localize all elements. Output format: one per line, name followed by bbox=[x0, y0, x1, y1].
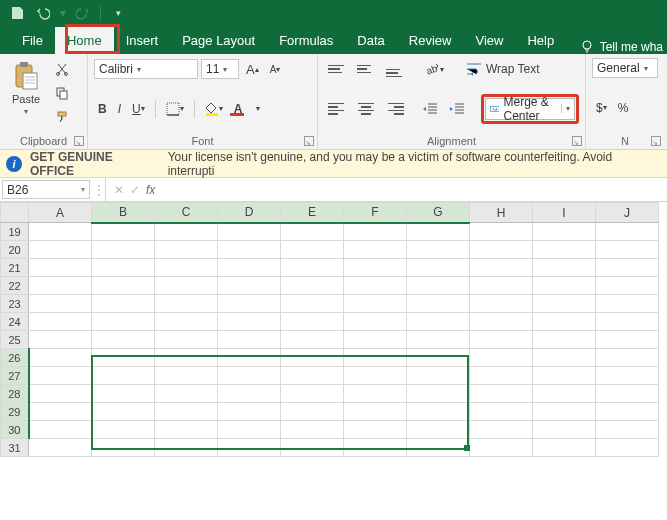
cell[interactable] bbox=[533, 439, 596, 457]
copy-button[interactable] bbox=[51, 82, 73, 104]
cell[interactable] bbox=[470, 349, 533, 367]
cell[interactable] bbox=[407, 403, 470, 421]
formula-input[interactable] bbox=[163, 178, 667, 201]
cell[interactable] bbox=[92, 367, 155, 385]
cell[interactable] bbox=[155, 223, 218, 241]
cell[interactable] bbox=[344, 403, 407, 421]
cell[interactable] bbox=[407, 313, 470, 331]
cell[interactable] bbox=[155, 349, 218, 367]
cell[interactable] bbox=[281, 313, 344, 331]
cell[interactable] bbox=[596, 223, 659, 241]
cell[interactable] bbox=[470, 313, 533, 331]
row-header[interactable]: 26 bbox=[1, 349, 29, 367]
tab-help[interactable]: Help bbox=[515, 27, 566, 54]
column-header[interactable]: H bbox=[470, 203, 533, 223]
tab-insert[interactable]: Insert bbox=[114, 27, 171, 54]
cell[interactable] bbox=[533, 295, 596, 313]
font-size-combo[interactable]: 11▾ bbox=[201, 59, 239, 79]
cell[interactable] bbox=[470, 277, 533, 295]
cell[interactable] bbox=[281, 223, 344, 241]
cell[interactable] bbox=[533, 385, 596, 403]
fill-color-button[interactable]: ▾ bbox=[201, 98, 227, 120]
cell[interactable] bbox=[29, 259, 92, 277]
cell[interactable] bbox=[344, 349, 407, 367]
tab-file[interactable]: File bbox=[10, 27, 55, 54]
cell[interactable] bbox=[533, 331, 596, 349]
name-box[interactable]: B26▾ bbox=[2, 180, 90, 199]
cut-button[interactable] bbox=[51, 58, 73, 80]
row-header[interactable]: 21 bbox=[1, 259, 29, 277]
select-all-cell[interactable] bbox=[1, 203, 29, 223]
cell[interactable] bbox=[92, 277, 155, 295]
cell[interactable] bbox=[407, 331, 470, 349]
cell[interactable] bbox=[470, 403, 533, 421]
paste-button[interactable]: Paste ▾ bbox=[6, 58, 46, 118]
cell[interactable] bbox=[344, 241, 407, 259]
cell[interactable] bbox=[407, 421, 470, 439]
worksheet-grid[interactable]: ABCDEFGHIJ19202122232425262728293031 bbox=[0, 202, 667, 520]
tab-data[interactable]: Data bbox=[345, 27, 396, 54]
cell[interactable] bbox=[533, 241, 596, 259]
increase-indent-button[interactable] bbox=[445, 98, 469, 120]
cell[interactable] bbox=[29, 349, 92, 367]
cell[interactable] bbox=[92, 331, 155, 349]
cell[interactable] bbox=[407, 295, 470, 313]
align-top-button[interactable] bbox=[324, 58, 350, 80]
cell[interactable] bbox=[155, 439, 218, 457]
cell[interactable] bbox=[533, 223, 596, 241]
cell[interactable] bbox=[281, 259, 344, 277]
cell[interactable] bbox=[470, 331, 533, 349]
cell[interactable] bbox=[470, 439, 533, 457]
font-dialog-launcher[interactable] bbox=[304, 136, 314, 146]
cell[interactable] bbox=[407, 385, 470, 403]
cell[interactable] bbox=[596, 277, 659, 295]
cell[interactable] bbox=[29, 241, 92, 259]
cell[interactable] bbox=[344, 259, 407, 277]
cell[interactable] bbox=[92, 421, 155, 439]
cell[interactable] bbox=[533, 259, 596, 277]
column-header[interactable]: G bbox=[407, 203, 470, 223]
column-header[interactable]: B bbox=[92, 203, 155, 223]
cell[interactable] bbox=[596, 349, 659, 367]
cell[interactable] bbox=[92, 259, 155, 277]
cell[interactable] bbox=[407, 223, 470, 241]
tab-formulas[interactable]: Formulas bbox=[267, 27, 345, 54]
cell[interactable] bbox=[533, 421, 596, 439]
qat-customize-icon[interactable]: ▾ bbox=[107, 2, 129, 24]
cell[interactable] bbox=[281, 439, 344, 457]
cell[interactable] bbox=[155, 295, 218, 313]
cell[interactable] bbox=[470, 385, 533, 403]
tab-review[interactable]: Review bbox=[397, 27, 464, 54]
cell[interactable] bbox=[155, 259, 218, 277]
cell[interactable] bbox=[344, 421, 407, 439]
cell[interactable] bbox=[344, 367, 407, 385]
cell[interactable] bbox=[155, 403, 218, 421]
decrease-font-button[interactable]: A▾ bbox=[266, 58, 285, 80]
cell[interactable] bbox=[281, 295, 344, 313]
cell[interactable] bbox=[407, 277, 470, 295]
cell[interactable] bbox=[92, 385, 155, 403]
cell[interactable] bbox=[92, 403, 155, 421]
undo-dropdown-icon[interactable]: ▾ bbox=[58, 2, 68, 24]
cell[interactable] bbox=[218, 439, 281, 457]
tell-me[interactable]: Tell me wha bbox=[580, 40, 667, 54]
cell[interactable] bbox=[344, 223, 407, 241]
tab-view[interactable]: View bbox=[463, 27, 515, 54]
merge-center-dropdown-icon[interactable]: ▾ bbox=[561, 104, 570, 113]
column-header[interactable]: F bbox=[344, 203, 407, 223]
cell[interactable] bbox=[218, 403, 281, 421]
cell[interactable] bbox=[29, 277, 92, 295]
cell[interactable] bbox=[218, 223, 281, 241]
bold-button[interactable]: B bbox=[94, 98, 111, 120]
cell[interactable] bbox=[155, 385, 218, 403]
cell[interactable] bbox=[344, 277, 407, 295]
cell[interactable] bbox=[29, 313, 92, 331]
cell[interactable] bbox=[155, 313, 218, 331]
font-name-combo[interactable]: Calibri▾ bbox=[94, 59, 198, 79]
row-header[interactable]: 27 bbox=[1, 367, 29, 385]
cell[interactable] bbox=[596, 403, 659, 421]
cell[interactable] bbox=[281, 367, 344, 385]
cell[interactable] bbox=[596, 421, 659, 439]
cell[interactable] bbox=[407, 367, 470, 385]
cell[interactable] bbox=[92, 223, 155, 241]
